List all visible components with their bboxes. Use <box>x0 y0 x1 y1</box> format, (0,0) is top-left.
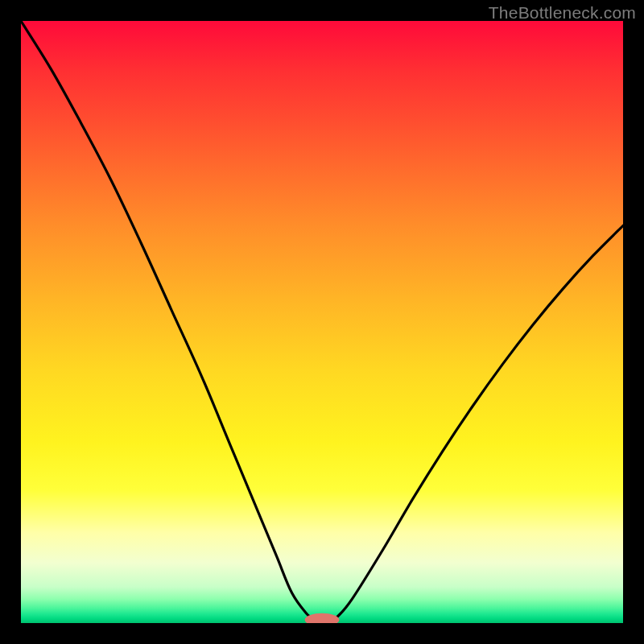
curve-layer <box>21 21 623 623</box>
plot-area <box>21 21 623 623</box>
bottleneck-curve <box>21 21 623 623</box>
watermark-text: TheBottleneck.com <box>489 3 636 23</box>
minimum-marker <box>305 613 340 623</box>
chart-frame: TheBottleneck.com <box>0 0 644 644</box>
